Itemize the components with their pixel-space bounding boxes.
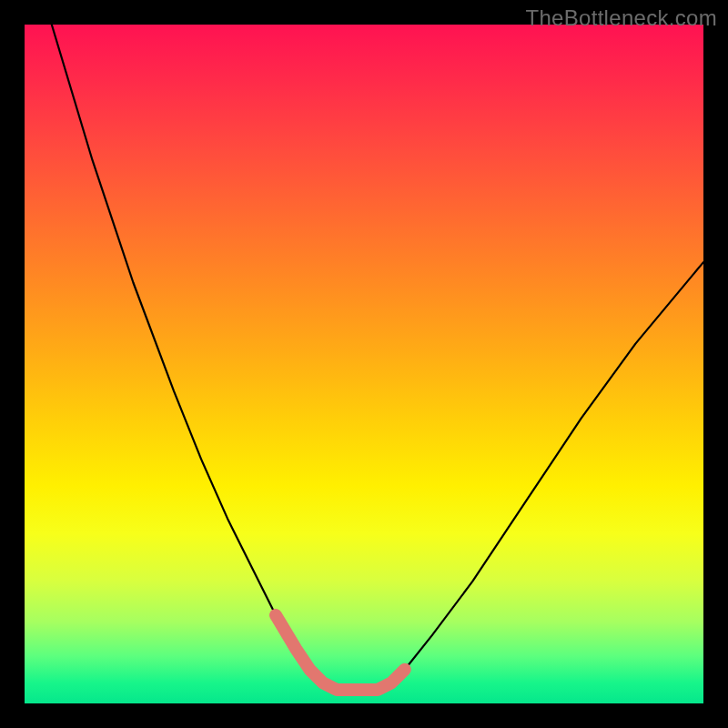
- bottleneck-curve: [52, 25, 703, 690]
- chart-frame: TheBottleneck.com: [0, 0, 728, 728]
- plot-area: [25, 25, 703, 703]
- watermark-text: TheBottleneck.com: [525, 5, 717, 31]
- highlight-segment: [276, 615, 405, 690]
- curve-svg: [25, 25, 703, 703]
